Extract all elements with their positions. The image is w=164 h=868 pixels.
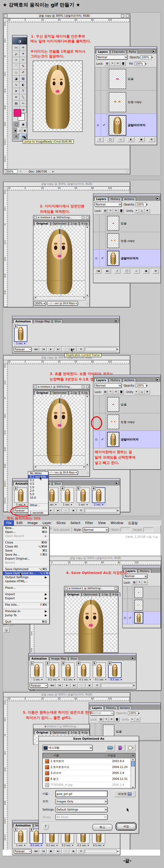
animation-frame[interactable]: 6 1 sec. ▾ (92, 488, 105, 506)
file-menu-item[interactable]: Revert (3, 561, 49, 565)
playback-button-icon[interactable]: ▶ (64, 683, 71, 688)
tab-history[interactable]: History (109, 197, 122, 201)
palette-button-icon[interactable]: ▱ (117, 137, 124, 142)
tab-optimized[interactable]: Optimized (51, 731, 68, 734)
menubar-item[interactable]: 도움말 (126, 520, 140, 526)
delay-menu-item[interactable]: 0.2 (28, 478, 48, 482)
tab-actions[interactable]: Actions (123, 197, 136, 201)
palette-drag-bar[interactable] (12, 316, 119, 318)
antialiased-checkbox[interactable] (49, 528, 52, 531)
frame-delay[interactable]: 1 sec. ▾ (77, 503, 89, 506)
frame-delay[interactable]: 0.1 sec. ▾ (45, 844, 58, 847)
tab-2up[interactable]: 2-Up (69, 731, 79, 734)
frame-delay[interactable]: ∴ 0.1 sec. ▾ (46, 678, 59, 681)
playback-button-icon[interactable]: ▣ (86, 683, 93, 688)
loop-select[interactable]: Forever▼ (13, 849, 32, 854)
playback-button-icon[interactable]: |◀ (40, 347, 47, 352)
new-folder-button[interactable]: 새로운 (114, 790, 135, 797)
doc-titlebar[interactable]: 🗎 Untitled-1 @ 300%(Origi… (33, 385, 89, 389)
help-button[interactable]: ? (42, 824, 49, 830)
tool-button[interactable]: ∿ (13, 82, 19, 88)
close-box-icon[interactable] (4, 14, 7, 18)
visibility-eye-icon[interactable]: ⊙ (93, 215, 99, 232)
unify-style-icon[interactable]: ❖ (145, 208, 150, 213)
file-menu-item[interactable] (3, 538, 49, 540)
width-field[interactable] (121, 528, 130, 532)
opacity-value[interactable]: 100% (128, 711, 138, 715)
cancel-button[interactable]: 취소 (92, 824, 112, 831)
visibility-eye-icon[interactable]: ⊙ (95, 114, 101, 136)
animation-frame[interactable]: 5 1 sec. ▾ (77, 488, 89, 506)
lock-image-icon[interactable]: ✎ (108, 208, 113, 213)
palette-button-icon[interactable]: ▣ (143, 269, 149, 274)
delay-menu-item[interactable]: 0.1 seconds (28, 475, 48, 478)
doc-titlebar[interactable]: 🗎 Untitled-1 @ 300%(Origi… (33, 724, 89, 729)
file-menu-item[interactable]: Save Optimized⌥⌘S (3, 567, 49, 571)
lock-all-icon[interactable]: ◙ (114, 717, 120, 722)
layer-row[interactable]: ⊙ ✐ 입술 (95, 67, 157, 91)
opacity-value[interactable]: 100% (135, 203, 146, 207)
tab-4up[interactable]: 4-Up (80, 391, 90, 395)
palette-button-icon[interactable]: ▶| (105, 269, 111, 274)
lock-transparency-icon[interactable]: ▨ (102, 390, 108, 394)
lock-transparency-icon[interactable]: ▨ (102, 208, 108, 213)
location-select[interactable]: 데스크탑▲▼ (42, 745, 92, 751)
resize-grip[interactable] (126, 170, 129, 173)
tab-paths[interactable]: Paths (127, 50, 138, 54)
file-menu-item[interactable] (3, 617, 49, 620)
delay-menu-item[interactable] (29, 507, 48, 511)
screen-mode-icon[interactable]: ■ (22, 128, 27, 134)
animation-frame[interactable]: 3 ∴ 0.1 sec. ▾ (62, 662, 75, 681)
vertical-scrollbar[interactable]: ▲▼ (85, 226, 89, 297)
delay-menu-item[interactable] (29, 499, 48, 503)
tab-2up[interactable]: 2-Up (100, 592, 110, 596)
zoom-box-icon[interactable] (126, 14, 129, 18)
tab-layers[interactable]: Layers (96, 50, 110, 54)
playback-button-icon[interactable]: ▶ (47, 347, 54, 352)
tab-layers[interactable]: Layers (90, 706, 104, 710)
playback-button-icon[interactable]: |◀ (56, 683, 63, 688)
visibility-eye-icon[interactable]: ⊙ (123, 586, 128, 599)
file-menu-item[interactable]: New...⌘N (3, 526, 49, 530)
animation-frame[interactable]: 5 ∴ 0.1 sec. ▾ (93, 662, 106, 681)
visibility-eye-icon[interactable]: ⊙ (95, 67, 101, 90)
tool-button[interactable]: ╲ (19, 94, 27, 100)
animation-frame[interactable]: 4 ∴ 0.1 sec. ▾ (77, 662, 90, 681)
file-menu-item[interactable]: Quit⌘Q (3, 620, 49, 624)
animation-frame[interactable]: 1 1 sec. ▾ (14, 829, 27, 847)
zoom-box-icon[interactable] (115, 587, 117, 590)
file-menu-item[interactable]: Open...⌘O (3, 530, 49, 534)
lock-all-icon[interactable]: ◙ (119, 390, 124, 394)
tab-animation[interactable]: Animation (30, 657, 49, 660)
tab-optimized[interactable]: Optimized (51, 222, 68, 225)
lock-position-icon[interactable]: ✛ (113, 390, 119, 394)
close-box-icon[interactable] (34, 385, 37, 388)
file-menu-item[interactable]: Place... (3, 586, 49, 590)
frame-delay[interactable]: 1 sec. ▾ (14, 844, 27, 847)
tab-actions[interactable]: Actions (118, 706, 132, 710)
tool-button[interactable]: T (19, 88, 27, 94)
tab-4up[interactable]: 4-Up (80, 222, 90, 225)
style-select[interactable]: Normal▲▼ (83, 527, 109, 532)
list-scrollbar[interactable]: ▲ ▼ (131, 758, 135, 788)
foreground-color-swatch[interactable] (14, 109, 21, 117)
status-arrow-icon[interactable]: ▶ (52, 170, 54, 173)
paint-indicator-icon[interactable]: ✐ (99, 215, 106, 232)
menubar-item[interactable]: View (96, 520, 108, 526)
playback-button-icon[interactable]: ▣ (70, 849, 77, 854)
tool-button[interactable]: ✐ (19, 69, 27, 76)
palette-drag-bar[interactable] (95, 46, 157, 49)
paint-indicator-icon[interactable]: ✐ (128, 599, 133, 611)
height-field[interactable] (144, 528, 153, 532)
tool-button[interactable]: ℘ (13, 51, 19, 57)
playback-button-icon[interactable]: ∴ (63, 347, 69, 352)
close-box-icon[interactable] (34, 216, 37, 219)
tab-original[interactable]: Original (34, 731, 50, 734)
resize-grip[interactable] (86, 471, 89, 474)
dialog-titlebar[interactable]: Save Optimized As (39, 736, 139, 741)
tab-imagemap[interactable]: Image Map (49, 657, 68, 660)
palette-menu-icon[interactable]: ▶ (131, 656, 135, 660)
horizontal-scrollbar[interactable]: ◀▶ (34, 296, 86, 300)
unify-visibility-icon[interactable]: ◬ (139, 208, 145, 213)
tool-button[interactable]: ✏ (19, 100, 27, 107)
